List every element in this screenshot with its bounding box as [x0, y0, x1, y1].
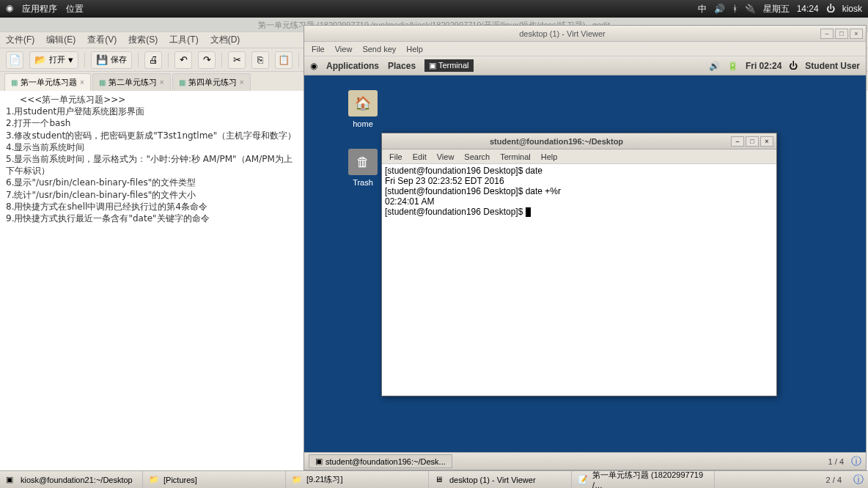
new-file-icon[interactable]: 📄	[6, 51, 23, 69]
terminal-window: student@foundation196:~/Desktop – □ × Fi…	[381, 133, 777, 396]
network-icon[interactable]: 🔌	[745, 4, 756, 14]
virt-menubar: File View Send key Help	[304, 42, 866, 56]
menu-docs[interactable]: 文档(D)	[210, 34, 240, 46]
close-icon[interactable]: ×	[80, 78, 84, 86]
virt-menu-view[interactable]: View	[335, 45, 353, 53]
terminal-taskbutton-icon[interactable]: ▣ Terminal	[424, 59, 473, 72]
gedit-editor[interactable]: <<<第一单元练习题>>> 1.用student用户登陆系统图形界面 2.打开一…	[0, 91, 304, 451]
inner-apps-menu[interactable]: Applications	[326, 61, 379, 71]
tab-2[interactable]: ▦第二单元练习×	[92, 73, 171, 91]
inner-places-menu[interactable]: Places	[388, 61, 416, 71]
apps-menu[interactable]: 应用程序	[22, 3, 57, 15]
outer-top-panel: ◉ 应用程序 位置 中 🔊 ᚼ 🔌 星期五 14:24 ⏻ kiosk	[0, 0, 868, 18]
document-icon: ▦	[179, 78, 185, 86]
virt-menu-file[interactable]: File	[312, 45, 325, 53]
cut-icon[interactable]: ✂	[228, 51, 246, 69]
task-kiosk-terminal[interactable]: ▣kiosk@foundation21:~/Desktop	[0, 471, 143, 488]
print-icon[interactable]: 🖨	[144, 51, 162, 69]
menu-search[interactable]: 搜索(S)	[128, 34, 158, 46]
task-pictures[interactable]: 📁[Pictures]	[143, 471, 286, 488]
open-icon[interactable]: 📂 打开 ▾	[29, 51, 78, 69]
close-button[interactable]: ×	[760, 136, 773, 147]
inner-time: Fri 02:24	[746, 61, 781, 71]
inner-taskbar: ▣ student@foundation196:~/Desk... 1 / 4 …	[304, 452, 866, 470]
task-gedit[interactable]: 📝第一单元练习题 (18202997719 /…	[572, 471, 715, 488]
folder-icon: 📁	[292, 475, 302, 485]
minimize-button[interactable]: –	[820, 29, 834, 39]
terminal-title-text: student@foundation196:~/Desktop	[382, 137, 731, 146]
cursor-icon	[526, 207, 531, 217]
inner-task-terminal[interactable]: ▣ student@foundation196:~/Desk...	[309, 454, 452, 468]
term-menu-view[interactable]: View	[437, 152, 455, 161]
undo-icon[interactable]: ↶	[174, 51, 192, 69]
inner-desktop[interactable]: 🏠 home 🗑 Trash student@foundation196:~/D…	[304, 75, 866, 452]
terminal-icon: ▣	[315, 456, 323, 466]
term-menu-terminal[interactable]: Terminal	[500, 152, 531, 161]
tab-1[interactable]: ▦第一单元练习题×	[4, 73, 91, 91]
ime-indicator[interactable]: 中	[698, 3, 707, 15]
bluetooth-icon[interactable]: ᚼ	[732, 4, 738, 14]
home-desktop-icon[interactable]: 🏠 home	[341, 90, 385, 128]
menu-file[interactable]: 文件(F)	[6, 34, 34, 46]
day-label: 星期五	[763, 3, 790, 15]
task-virtviewer[interactable]: 🖥desktop (1) - Virt Viewer	[429, 471, 572, 488]
close-icon[interactable]: ×	[160, 78, 164, 86]
monitor-icon: 🖥	[435, 475, 445, 485]
menu-view[interactable]: 查看(V)	[87, 34, 117, 46]
menu-edit[interactable]: 编辑(E)	[46, 34, 76, 46]
virt-menu-help[interactable]: Help	[406, 45, 423, 53]
tab-3[interactable]: ▦第四单元练习×	[172, 73, 251, 91]
battery-icon[interactable]: 🔋	[727, 61, 738, 71]
term-menu-help[interactable]: Help	[541, 152, 558, 161]
time-label: 14:24	[797, 4, 819, 14]
paste-icon[interactable]: 📋	[275, 51, 293, 69]
inner-top-panel: ◉ Applications Places ▣ Terminal 🔊 🔋 Fri…	[304, 56, 866, 75]
trash-desktop-icon[interactable]: 🗑 Trash	[341, 149, 385, 187]
folder-icon: 📁	[149, 475, 159, 485]
document-icon: ▦	[99, 78, 106, 86]
virt-titlebar[interactable]: desktop (1) - Virt Viewer – □ ×	[304, 26, 866, 42]
inner-workspace-indicator[interactable]: 1 / 4	[828, 457, 848, 466]
outer-taskbar: ▣kiosk@foundation21:~/Desktop 📁[Pictures…	[0, 470, 868, 488]
terminal-icon: ▣	[6, 475, 16, 485]
minimize-button[interactable]: –	[731, 136, 744, 147]
menu-tools[interactable]: 工具(T)	[169, 34, 198, 46]
close-button[interactable]: ×	[850, 29, 863, 39]
virt-viewer-window: desktop (1) - Virt Viewer – □ × File Vie…	[304, 25, 867, 470]
folder-icon: 🏠	[348, 90, 378, 117]
terminal-titlebar[interactable]: student@foundation196:~/Desktop – □ ×	[382, 133, 776, 149]
places-menu[interactable]: 位置	[66, 3, 84, 15]
term-menu-edit[interactable]: Edit	[413, 152, 427, 161]
outer-workspace-indicator[interactable]: 2 / 4	[819, 476, 849, 484]
redo-icon[interactable]: ↷	[198, 51, 216, 69]
virt-menu-sendkey[interactable]: Send key	[362, 45, 396, 53]
notification-icon[interactable]: ⓘ	[853, 473, 864, 487]
volume-icon[interactable]: 🔊	[714, 4, 725, 14]
maximize-button[interactable]: □	[835, 29, 848, 39]
gnome-foot-icon: ◉	[310, 61, 317, 71]
trash-icon: 🗑	[348, 149, 378, 175]
term-menu-file[interactable]: File	[389, 152, 402, 161]
close-icon[interactable]: ×	[240, 78, 244, 86]
maximize-button[interactable]: □	[746, 136, 759, 147]
user-label[interactable]: kiosk	[842, 4, 862, 14]
gnome-foot-icon: ◉	[6, 3, 13, 15]
power-icon[interactable]: ⏻	[789, 61, 798, 71]
gedit-icon: 📝	[578, 475, 588, 485]
inner-user[interactable]: Student User	[805, 61, 860, 71]
terminal-menubar: File Edit View Search Terminal Help	[382, 149, 776, 164]
notification-icon[interactable]: ⓘ	[851, 455, 861, 468]
task-921[interactable]: 📁[9.21练习]	[286, 471, 429, 488]
term-menu-search[interactable]: Search	[464, 152, 490, 161]
virt-title-text: desktop (1) - Virt Viewer	[304, 29, 820, 38]
save-icon[interactable]: 💾 保存	[91, 51, 132, 69]
power-icon[interactable]: ⏻	[826, 4, 835, 14]
copy-icon[interactable]: ⎘	[251, 51, 269, 69]
volume-icon[interactable]: 🔊	[709, 61, 720, 71]
document-icon: ▦	[11, 78, 18, 86]
terminal-content[interactable]: [student@foundation196 Desktop]$ date Fr…	[382, 164, 776, 218]
